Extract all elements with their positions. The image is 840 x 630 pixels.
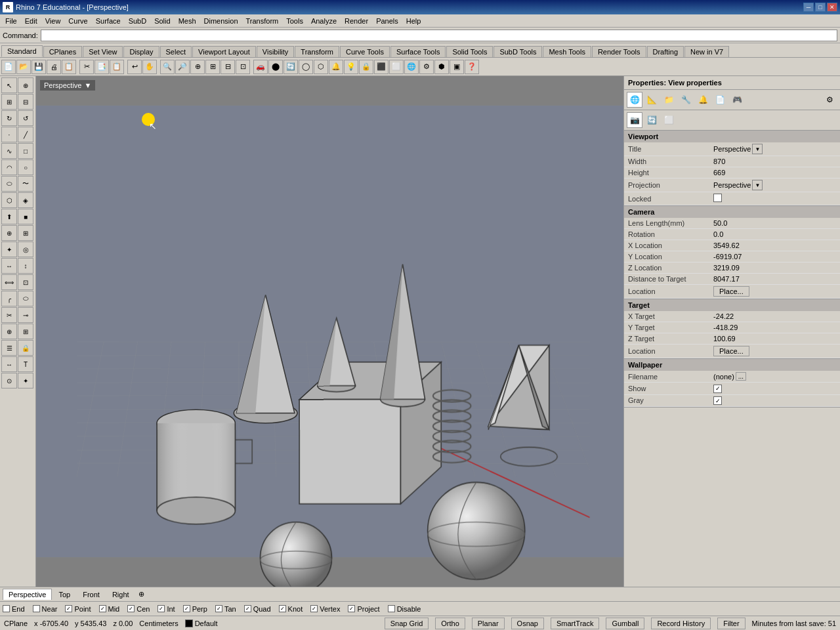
snap-mid-checkbox[interactable] xyxy=(99,605,106,612)
tb-obj1[interactable]: 🚗 xyxy=(253,60,268,74)
tb-undo-history[interactable]: 📋 xyxy=(62,60,76,74)
menu-render[interactable]: Render xyxy=(341,16,372,26)
prop-subicon-display[interactable]: ⬜ xyxy=(661,112,677,128)
tb-zoom4[interactable]: ⊞ xyxy=(205,60,220,74)
select-tool[interactable]: ↖ xyxy=(1,77,17,93)
text-tool[interactable]: T xyxy=(18,356,33,372)
viewport-label[interactable]: Perspective ▼ xyxy=(40,80,95,91)
tb-zoom5[interactable]: ⊟ xyxy=(220,60,235,74)
camera-place-button[interactable]: Place... xyxy=(713,286,749,297)
wallpaper-section-header[interactable]: Wallpaper xyxy=(624,359,840,371)
tb-obj4[interactable]: ◯ xyxy=(299,60,313,74)
camera-section-header[interactable]: Camera xyxy=(624,206,840,218)
transform-tool[interactable]: ✦ xyxy=(1,242,17,257)
surface-tool[interactable]: ⬡ xyxy=(1,192,17,208)
array-tool[interactable]: ⊡ xyxy=(18,274,33,290)
target-section-header[interactable]: Target xyxy=(624,299,840,311)
tb-pan[interactable]: ✋ xyxy=(142,60,157,74)
lock-tool[interactable]: 🔒 xyxy=(18,340,33,356)
tb-obj13[interactable]: ⬢ xyxy=(434,60,449,74)
snap-cen-checkbox[interactable] xyxy=(127,605,135,612)
record-history-btn[interactable]: Record History xyxy=(651,618,711,629)
snap-perp[interactable]: Perp xyxy=(183,605,207,613)
locked-checkbox[interactable] xyxy=(713,194,722,202)
tb-open[interactable]: 📂 xyxy=(16,60,31,74)
ortho-btn[interactable]: Ortho xyxy=(435,618,465,629)
snap-tan-checkbox[interactable] xyxy=(215,605,222,612)
rotate-tool[interactable]: ↻ xyxy=(1,110,17,126)
title-dropdown[interactable]: Perspective ▼ xyxy=(713,144,836,154)
vp-tab-perspective[interactable]: Perspective xyxy=(3,589,52,600)
menu-file[interactable]: File xyxy=(1,16,21,26)
tb-save[interactable]: 💾 xyxy=(32,60,46,74)
tb-obj15[interactable]: ❓ xyxy=(465,60,479,74)
snap-near[interactable]: Near xyxy=(33,605,58,613)
prop-icon-object[interactable]: 📐 xyxy=(644,92,660,108)
menu-solid[interactable]: Solid xyxy=(150,16,174,26)
projection-dropdown-btn[interactable]: ▼ xyxy=(752,180,763,190)
rotate-tool2[interactable]: ↺ xyxy=(18,110,33,126)
extrude-tool[interactable]: ⬆ xyxy=(1,209,17,224)
maximize-button[interactable]: □ xyxy=(815,3,826,12)
menu-panels[interactable]: Panels xyxy=(372,16,402,26)
snap-vertex[interactable]: Vertex xyxy=(310,605,340,613)
solid-tool[interactable]: ■ xyxy=(18,209,33,224)
vp-tab-top[interactable]: Top xyxy=(52,589,76,600)
menu-transform[interactable]: Transform xyxy=(242,16,283,26)
prop-icon-light[interactable]: 🔔 xyxy=(695,92,711,108)
arc-tool[interactable]: ◠ xyxy=(1,159,17,175)
viewport-section-header[interactable]: Viewport xyxy=(624,131,840,142)
snap-end[interactable]: End xyxy=(3,605,25,613)
gumball-tool[interactable]: ✦ xyxy=(18,373,33,388)
rect-tool[interactable]: □ xyxy=(18,143,33,159)
menu-tools[interactable]: Tools xyxy=(282,16,307,26)
gumball-btn[interactable]: Gumball xyxy=(606,618,644,629)
tab-standard[interactable]: Standard xyxy=(1,45,43,57)
tb-copy[interactable]: 📑 xyxy=(94,60,109,74)
spline-tool[interactable]: 〜 xyxy=(18,176,33,192)
prop-icon-settings[interactable]: ⚙ xyxy=(822,92,837,108)
tb-obj11[interactable]: 🌐 xyxy=(404,60,419,74)
line-tool[interactable]: ╱ xyxy=(18,127,33,142)
snap-knot-checkbox[interactable] xyxy=(279,605,286,612)
snap-quad-checkbox[interactable] xyxy=(244,605,251,612)
offset-tool[interactable]: ⬭ xyxy=(18,291,33,306)
osnap-btn[interactable]: Osnap xyxy=(511,618,544,629)
snap-disable-checkbox[interactable] xyxy=(388,605,395,612)
snap-project-checkbox[interactable] xyxy=(348,605,355,612)
snap-end-checkbox[interactable] xyxy=(3,605,10,612)
scale-tool[interactable]: ↕ xyxy=(18,258,33,274)
tb-undo[interactable]: ↩ xyxy=(127,60,142,74)
tab-solidtools[interactable]: Solid Tools xyxy=(446,46,493,57)
mirror-tool[interactable]: ⟺ xyxy=(1,274,17,290)
point-tool[interactable]: · xyxy=(1,127,17,142)
tab-display[interactable]: Display xyxy=(123,46,159,57)
dim-tool[interactable]: ↔ xyxy=(1,356,17,372)
snap-point-checkbox[interactable] xyxy=(65,605,72,612)
snap-project[interactable]: Project xyxy=(348,605,379,613)
tab-setview[interactable]: Set View xyxy=(83,46,123,57)
circle-tool[interactable]: ○ xyxy=(18,159,33,175)
snap-tool[interactable]: ⊙ xyxy=(1,373,17,388)
snap-int[interactable]: Int xyxy=(158,605,175,613)
snap-vertex-checkbox[interactable] xyxy=(310,605,318,612)
snap-quad[interactable]: Quad xyxy=(244,605,271,613)
menu-surface[interactable]: Surface xyxy=(92,16,125,26)
tb-obj2[interactable]: ⬤ xyxy=(268,60,283,74)
snap-int-checkbox[interactable] xyxy=(158,605,165,612)
menu-mesh[interactable]: Mesh xyxy=(175,16,200,26)
curve-tool[interactable]: ∿ xyxy=(1,143,17,159)
tab-curvetools[interactable]: Curve Tools xyxy=(340,46,390,57)
tb-new[interactable]: 📄 xyxy=(1,60,16,74)
tb-obj12[interactable]: ⚙ xyxy=(419,60,434,74)
prop-icon-render[interactable]: 📄 xyxy=(712,92,728,108)
vp-tab-add[interactable]: ⊕ xyxy=(136,589,147,600)
lasso-tool[interactable]: ⊞ xyxy=(1,94,17,110)
tab-viewportlayout[interactable]: Viewport Layout xyxy=(192,46,256,57)
vp-tab-right[interactable]: Right xyxy=(106,589,135,600)
tb-obj8[interactable]: 🔒 xyxy=(359,60,373,74)
target-place-button[interactable]: Place... xyxy=(713,346,749,356)
vp-tab-front[interactable]: Front xyxy=(77,589,106,600)
tab-surfacetools[interactable]: Surface Tools xyxy=(390,46,446,57)
snap-near-checkbox[interactable] xyxy=(33,605,40,612)
